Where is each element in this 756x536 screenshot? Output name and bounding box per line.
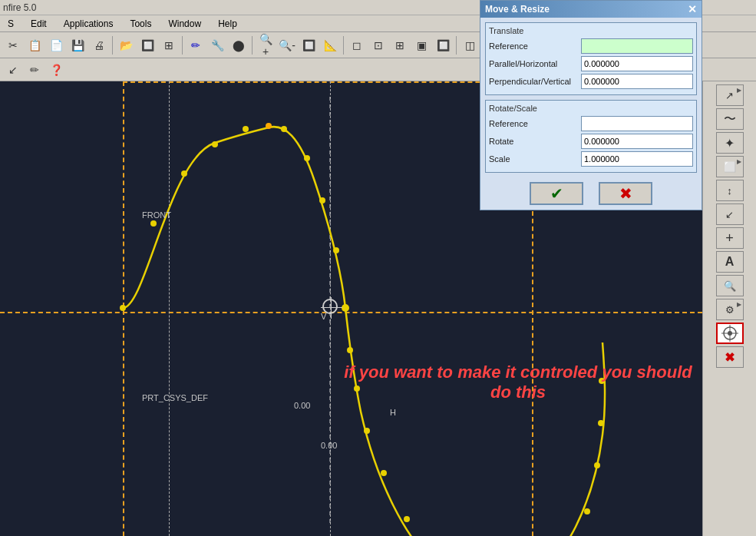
- snap-button[interactable]: ↙: [3, 60, 23, 80]
- rotate-reference-row: Reference: [489, 116, 693, 131]
- rotate-reference-input[interactable]: [581, 116, 693, 131]
- svg-point-16: [404, 516, 410, 522]
- svg-point-2: [150, 220, 157, 227]
- sep2: [182, 36, 183, 55]
- print-button[interactable]: 🖨: [89, 35, 109, 55]
- svg-point-8: [304, 155, 310, 161]
- sphere-button[interactable]: ⬤: [229, 35, 249, 55]
- rp-rect-tool[interactable]: ⬜▶: [716, 156, 744, 177]
- shaded2-button[interactable]: ⊞: [390, 35, 410, 55]
- dialog-titlebar[interactable]: Move & Resize ✕: [480, 1, 702, 18]
- translate-reference-row: Reference: [489, 38, 693, 54]
- dialog-close-button[interactable]: ✕: [688, 3, 697, 15]
- menu-help[interactable]: Help: [213, 17, 242, 31]
- copy-button[interactable]: 📄: [46, 35, 66, 55]
- svg-point-1: [120, 305, 126, 311]
- shaded4-button[interactable]: 🔲: [433, 35, 453, 55]
- rp-curve-tool[interactable]: 〜: [716, 108, 744, 130]
- draw-button[interactable]: ✏: [25, 60, 45, 80]
- label-v-coord: 0.00: [321, 441, 337, 450]
- cut-button[interactable]: ✂: [3, 35, 23, 55]
- svg-point-7: [281, 126, 287, 132]
- label-front: FRONT: [142, 210, 171, 220]
- perpendicular-label: Perpendicular/Vertical: [489, 77, 578, 86]
- rp-text-tool[interactable]: A: [716, 251, 744, 273]
- scale-label: Scale: [489, 154, 578, 164]
- parallel-label: Parallel/Horizontal: [489, 59, 578, 68]
- svg-point-11: [342, 304, 349, 312]
- svg-point-9: [319, 197, 325, 203]
- shaded3-button[interactable]: ▣: [411, 35, 431, 55]
- move-resize-dialog: Move & Resize ✕ Translate Reference Para…: [480, 0, 702, 210]
- perpendicular-input[interactable]: [581, 74, 693, 89]
- label-prt-csys-def: PRT_CSYS_DEF: [142, 393, 208, 402]
- dialog-cancel-button[interactable]: ✖: [599, 182, 652, 205]
- open-button[interactable]: 📂: [116, 35, 136, 55]
- translate-reference-label: Reference: [489, 41, 578, 51]
- rotate-label: Rotate: [489, 137, 578, 146]
- zoom-box-button[interactable]: 🔲: [299, 35, 319, 55]
- wireframe-button[interactable]: ◻: [347, 35, 367, 55]
- app-title-text: nfire 5.0: [3, 2, 36, 13]
- sep3: [252, 36, 253, 55]
- grid-button[interactable]: ⊞: [159, 35, 179, 55]
- shaded-button[interactable]: ⊡: [368, 35, 388, 55]
- help-button[interactable]: ❓: [46, 60, 66, 80]
- rotate-scale-section: Rotate/Scale Reference Rotate Scale: [485, 100, 697, 173]
- sketch-button[interactable]: ✏: [186, 35, 206, 55]
- svg-point-10: [333, 247, 339, 253]
- rotate-input[interactable]: [581, 134, 693, 149]
- menu-applications[interactable]: Applications: [59, 17, 118, 31]
- rotate-scale-title: Rotate/Scale: [489, 104, 693, 113]
- translate-title: Translate: [489, 26, 693, 35]
- svg-point-12: [347, 347, 353, 353]
- view-button[interactable]: ◫: [460, 35, 480, 55]
- menu-window[interactable]: Window: [163, 17, 206, 31]
- dialog-title: Move & Resize: [485, 4, 550, 15]
- save-button[interactable]: 💾: [68, 35, 87, 55]
- svg-point-24: [598, 420, 604, 426]
- svg-point-23: [594, 462, 600, 468]
- zoom-in-button[interactable]: 🔍+: [256, 35, 276, 55]
- settings-button[interactable]: 🔧: [207, 35, 227, 55]
- translate-section: Translate Reference Parallel/Horizontal …: [485, 22, 697, 95]
- menu-tools[interactable]: Tools: [125, 17, 156, 31]
- rp-search-tool[interactable]: 🔍: [716, 275, 744, 296]
- parallel-input[interactable]: [581, 56, 693, 71]
- label-h-coord: 0.00: [294, 401, 310, 410]
- menu-s[interactable]: S: [3, 17, 18, 31]
- sep1: [112, 36, 113, 55]
- rp-move-tool[interactable]: ↗▶: [716, 84, 744, 106]
- label-h: H: [390, 408, 396, 417]
- rp-plus-tool[interactable]: +: [716, 227, 744, 249]
- scale-row: Scale: [489, 151, 693, 167]
- sep5: [456, 36, 457, 55]
- paste-button[interactable]: 📋: [25, 35, 45, 55]
- parallel-row: Parallel/Horizontal: [489, 56, 693, 71]
- select-button[interactable]: 🔲: [137, 35, 157, 55]
- dialog-ok-button[interactable]: ✔: [530, 182, 583, 205]
- rp-circle-target-tool[interactable]: [716, 323, 744, 344]
- rp-star-tool[interactable]: ✦: [716, 132, 744, 154]
- svg-point-5: [243, 126, 249, 132]
- svg-point-3: [181, 170, 187, 177]
- menu-edit[interactable]: Edit: [26, 17, 51, 31]
- circle-target-icon: [721, 325, 738, 342]
- zoom-out-button[interactable]: 🔍-: [277, 35, 297, 55]
- translate-reference-input[interactable]: [581, 38, 693, 54]
- sep4: [343, 36, 344, 55]
- svg-point-14: [364, 428, 370, 434]
- scale-input[interactable]: [581, 151, 693, 167]
- dialog-footer: ✔ ✖: [480, 177, 702, 210]
- rp-close-tool[interactable]: ✖: [716, 346, 744, 368]
- measure-button[interactable]: 📐: [320, 35, 340, 55]
- rp-gear-tool[interactable]: ⚙▶: [716, 299, 744, 320]
- right-panel: ↗▶ 〜 ✦ ⬜▶ ↕ ↙ + A 🔍 ⚙▶ ✖: [702, 81, 756, 536]
- rotate-reference-label: Reference: [489, 119, 578, 128]
- perpendicular-row: Perpendicular/Vertical: [489, 74, 693, 89]
- svg-point-4: [212, 141, 218, 147]
- svg-point-15: [381, 470, 387, 476]
- svg-point-6: [266, 123, 272, 129]
- rp-corner-tool[interactable]: ↙: [716, 203, 744, 225]
- rp-stretch-tool[interactable]: ↕: [716, 180, 744, 201]
